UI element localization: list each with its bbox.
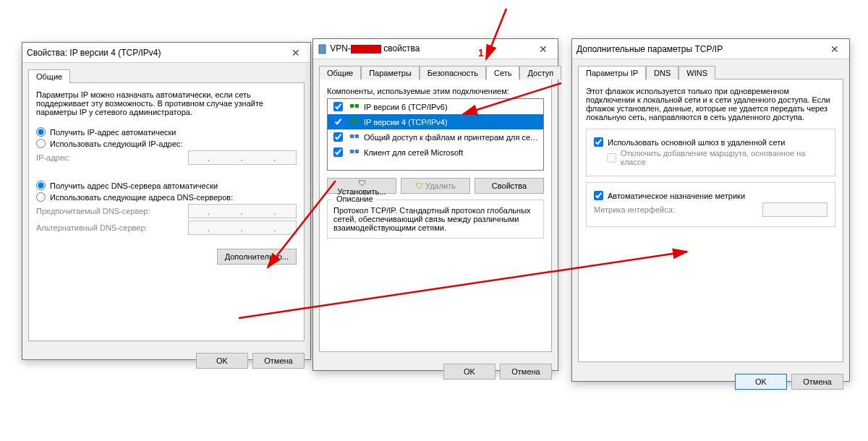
ok-button[interactable]: OK xyxy=(443,364,495,380)
dns1-input xyxy=(188,204,297,218)
svg-rect-2 xyxy=(355,104,359,108)
shield-icon: 🛡 xyxy=(358,179,366,187)
auto-metric-checkbox[interactable]: Автоматическое назначение метрики xyxy=(594,191,827,200)
cancel-button[interactable]: Отмена xyxy=(791,374,843,390)
disable-class-route-input xyxy=(607,153,616,163)
remove-label: Удалить xyxy=(425,181,456,190)
ok-button[interactable]: OK xyxy=(735,374,787,390)
close-icon[interactable]: ✕ xyxy=(533,43,553,55)
list-item[interactable]: IP версии 4 (TCP/IPv4) xyxy=(328,114,543,129)
ipv4-title: Свойства: IP версии 4 (TCP/IPv4) xyxy=(27,48,286,58)
dns2-label: Альтернативный DNS-сервер: xyxy=(36,223,182,232)
redacted-name xyxy=(351,45,381,53)
description-text: Протокол TCP/IP. Стандартный протокол гл… xyxy=(333,206,537,232)
use-default-gateway-input[interactable] xyxy=(594,137,603,147)
list-item[interactable]: IP версии 6 (TCP/IPv6) xyxy=(328,99,543,114)
component-checkbox[interactable] xyxy=(333,147,343,157)
components-label: Компоненты, используемые этим подключени… xyxy=(327,87,544,95)
install-button[interactable]: 🛡 Установить... xyxy=(327,178,396,194)
network-icon xyxy=(318,44,328,54)
svg-rect-10 xyxy=(350,150,354,153)
tab-ip-params[interactable]: Параметры IP xyxy=(578,66,646,80)
advanced-button[interactable]: Дополнительно... xyxy=(217,249,297,265)
vpn-title: VPN- свойства xyxy=(318,43,533,54)
disable-class-route-label: Отключить добавление маршрута, основанно… xyxy=(621,149,827,166)
shield-icon: 🛡 xyxy=(415,181,423,190)
vpn-title-prefix: VPN- xyxy=(330,43,351,53)
use-default-gateway-label: Использовать основной шлюз в удаленной с… xyxy=(608,138,786,147)
list-item[interactable]: Клиент для сетей Microsoft xyxy=(328,145,543,160)
component-label: Общий доступ к файлам и принтерам для се… xyxy=(364,133,540,142)
radio-manual-dns-input[interactable] xyxy=(36,192,46,202)
dns2-input xyxy=(188,220,297,235)
radio-auto-ip-label: Получить IP-адрес автоматически xyxy=(50,128,176,137)
list-item[interactable]: Общий доступ к файлам и принтерам для се… xyxy=(328,129,543,145)
svg-rect-4 xyxy=(350,119,354,123)
radio-auto-dns-label: Получить адрес DNS-сервера автоматически xyxy=(50,181,218,190)
radio-auto-dns[interactable]: Получить адрес DNS-сервера автоматически xyxy=(36,181,297,190)
svg-rect-1 xyxy=(350,104,354,108)
ip-input xyxy=(188,150,297,165)
titlebar: Свойства: IP версии 4 (TCP/IPv4) ✕ xyxy=(22,43,310,63)
svg-rect-11 xyxy=(355,150,359,153)
tab-panel-network: Компоненты, используемые этим подключени… xyxy=(319,79,552,352)
close-icon[interactable]: ✕ xyxy=(825,43,845,55)
svg-rect-0 xyxy=(319,45,326,53)
tab-network[interactable]: Сеть xyxy=(486,66,519,80)
gateway-group: Использовать основной шлюз в удаленной с… xyxy=(586,129,835,176)
ip-group: Получить IP-адрес автоматически Использо… xyxy=(36,122,297,170)
tab-panel-general: Параметры IP можно назначать автоматичес… xyxy=(28,82,305,341)
radio-auto-dns-input[interactable] xyxy=(36,181,46,190)
radio-manual-ip-input[interactable] xyxy=(36,139,46,148)
titlebar: VPN- свойства ✕ xyxy=(313,39,558,59)
tab-dns[interactable]: DNS xyxy=(646,66,678,80)
cancel-button[interactable]: Отмена xyxy=(500,364,552,380)
use-default-gateway-checkbox[interactable]: Использовать основной шлюз в удаленной с… xyxy=(594,137,827,147)
radio-manual-dns[interactable]: Использовать следующие адреса DNS-сервер… xyxy=(36,192,297,202)
cancel-button[interactable]: Отмена xyxy=(252,353,305,369)
svg-rect-8 xyxy=(355,134,359,138)
protocol-icon xyxy=(349,147,359,158)
radio-auto-ip[interactable]: Получить IP-адрес автоматически xyxy=(36,127,297,137)
intro-text: Параметры IP можно назначать автоматичес… xyxy=(36,90,297,116)
tab-params[interactable]: Параметры xyxy=(361,66,420,80)
vpn-properties-dialog: VPN- свойства ✕ Общие Параметры Безопасн… xyxy=(312,38,558,371)
component-label: IP версии 6 (TCP/IPv6) xyxy=(364,103,540,111)
description-box: Описание Протокол TCP/IP. Стандартный пр… xyxy=(327,200,544,239)
intro-text: Этот флажок используется только при одно… xyxy=(586,87,835,121)
description-legend: Описание xyxy=(333,194,376,203)
svg-rect-5 xyxy=(355,119,359,123)
props-button[interactable]: Свойства xyxy=(475,178,544,194)
tab-general[interactable]: Общие xyxy=(28,69,70,83)
component-checkbox[interactable] xyxy=(333,102,343,111)
tabrow: Параметры IP DNS WINS xyxy=(578,65,843,79)
list-buttons: 🛡 Установить... 🛡 Удалить Свойства xyxy=(327,178,544,194)
components-list[interactable]: IP версии 6 (TCP/IPv6)IP версии 4 (TCP/I… xyxy=(327,98,544,171)
tab-general[interactable]: Общие xyxy=(319,66,361,80)
component-label: Клиент для сетей Microsoft xyxy=(364,148,540,157)
dns-group: Получить адрес DNS-сервера автоматически… xyxy=(36,176,297,240)
auto-metric-input[interactable] xyxy=(594,191,603,200)
close-icon[interactable]: ✕ xyxy=(286,47,306,59)
ok-button[interactable]: OK xyxy=(196,353,248,369)
component-checkbox[interactable] xyxy=(333,132,343,142)
auto-metric-label: Автоматическое назначение метрики xyxy=(608,192,745,200)
tab-security[interactable]: Безопасность xyxy=(420,66,486,80)
vpn-title-suffix: свойства xyxy=(383,43,420,53)
tab-wins[interactable]: WINS xyxy=(678,66,715,80)
metric-group: Автоматическое назначение метрики Метрик… xyxy=(586,182,835,227)
radio-manual-dns-label: Использовать следующие адреса DNS-сервер… xyxy=(50,193,233,202)
button-row: OK Отмена xyxy=(22,347,310,374)
tab-access[interactable]: Доступ xyxy=(519,66,561,80)
dns1-label: Предпочитаемый DNS-сервер: xyxy=(36,207,182,215)
button-row: OK Отмена xyxy=(572,368,849,395)
radio-manual-ip[interactable]: Использовать следующий IP-адрес: xyxy=(36,139,297,148)
svg-rect-7 xyxy=(350,134,354,138)
tabrow: Общие Параметры Безопасность Сеть Доступ xyxy=(319,65,552,79)
radio-auto-ip-input[interactable] xyxy=(36,127,46,137)
component-checkbox[interactable] xyxy=(333,117,343,127)
metric-label: Метрика интерфейса: xyxy=(594,205,757,214)
advanced-tcpip-dialog: Дополнительные параметры TCP/IP ✕ Параме… xyxy=(571,38,850,382)
metric-input xyxy=(762,202,827,217)
protocol-icon xyxy=(349,101,359,113)
